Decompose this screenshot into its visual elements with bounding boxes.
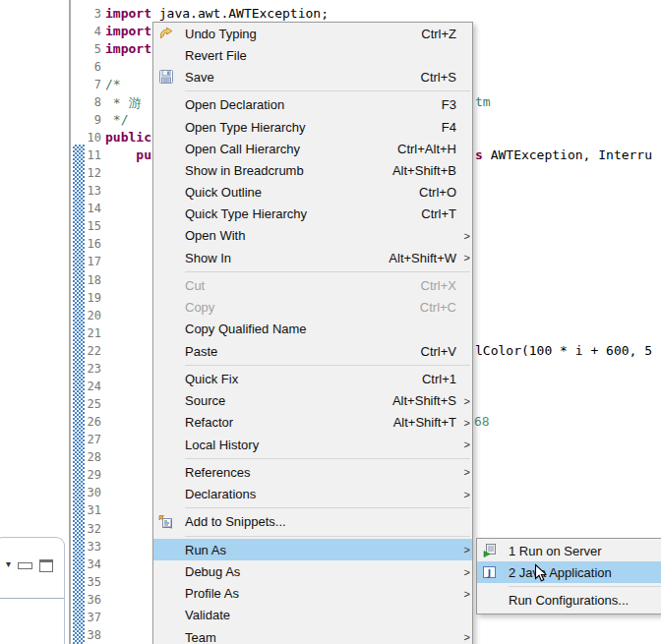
submenu-arrow-icon: > xyxy=(456,631,470,643)
line-number: 19 xyxy=(71,291,101,305)
menu-item-label: Open With xyxy=(185,228,245,243)
menu-item-label: Source xyxy=(185,393,225,408)
menu-item-save[interactable]: SaveCtrl+S xyxy=(153,66,472,88)
menu-item-run-configurations[interactable]: Run Configurations... xyxy=(477,590,661,612)
menu-item-quick-type-hierarchy[interactable]: Quick Type HierarchyCtrl+T xyxy=(153,204,472,225)
submenu-arrow-icon: > xyxy=(456,439,470,450)
menu-item-2-java-application[interactable]: J2 Java Application xyxy=(477,561,661,583)
run-as-submenu: 1 Run on ServerJ2 Java ApplicationRun Co… xyxy=(476,538,661,615)
line-number: 38 xyxy=(71,628,101,642)
menu-icon-slot xyxy=(158,119,174,135)
menu-item-label: Local History xyxy=(185,438,259,452)
menu-icon-slot xyxy=(158,47,174,63)
menu-item-revert-file[interactable]: Revert File xyxy=(153,44,472,66)
menu-item-open-call-hierarchy[interactable]: Open Call HierarchyCtrl+Alt+H xyxy=(153,138,472,159)
menu-icon-slot xyxy=(158,250,174,265)
bottom-view-corner xyxy=(0,537,65,644)
submenu-arrow-icon: > xyxy=(456,588,470,600)
menu-item-source[interactable]: SourceAlt+Shift+S> xyxy=(153,390,472,412)
view-menu-icon[interactable]: ▾ xyxy=(2,557,15,570)
menu-item-label: Open Call Hierarchy xyxy=(185,142,300,156)
menu-icon-slot xyxy=(158,393,174,409)
menu-separator xyxy=(153,362,472,368)
line-number: 21 xyxy=(71,326,101,340)
menu-icon-slot xyxy=(158,300,174,316)
menu-item-validate[interactable]: Validate xyxy=(153,605,472,626)
menu-item-team[interactable]: Team> xyxy=(153,626,472,644)
menu-item-declarations[interactable]: Declarations> xyxy=(153,484,472,505)
menu-item-references[interactable]: References> xyxy=(153,461,472,483)
menu-item-label: Copy Qualified Name xyxy=(185,322,307,336)
line-number: 32 xyxy=(71,522,101,536)
menu-item-copy[interactable]: CopyCtrl+C xyxy=(153,297,472,319)
code-text: import xyxy=(105,24,151,38)
menu-item-quick-fix[interactable]: Quick FixCtrl+1 xyxy=(153,368,472,389)
code-text: */ xyxy=(105,112,128,127)
menu-item-1-run-on-server[interactable]: 1 Run on Server xyxy=(477,540,661,561)
menu-item-label: References xyxy=(185,465,250,480)
mouse-cursor xyxy=(534,563,547,587)
menu-icon-slot xyxy=(158,542,174,557)
menu-item-show-in-breadcrumb[interactable]: Show in BreadcrumbAlt+Shift+B xyxy=(153,159,472,181)
menu-item-label: Declarations xyxy=(185,487,256,501)
maximize-icon[interactable] xyxy=(39,559,53,572)
menu-item-label: Refactor xyxy=(185,415,233,430)
menu-icon-slot xyxy=(158,371,174,386)
line-number: 37 xyxy=(71,611,101,624)
line-number: 5 xyxy=(71,42,101,56)
line-number: 12 xyxy=(71,166,101,180)
line-number: 23 xyxy=(71,362,101,376)
menu-item-shortcut: Alt+Shift+T xyxy=(393,415,456,430)
menu-item-undo-typing[interactable]: Undo TypingCtrl+Z xyxy=(153,23,472,44)
menu-item-local-history[interactable]: Local History> xyxy=(153,434,472,455)
save-icon xyxy=(158,69,174,85)
menu-item-run-as[interactable]: Run As> xyxy=(153,539,472,560)
menu-item-label: Team xyxy=(185,630,216,644)
menu-item-shortcut: Alt+Shift+S xyxy=(392,393,456,408)
menu-item-open-with[interactable]: Open With> xyxy=(153,225,472,247)
line-number: 35 xyxy=(71,575,101,589)
menu-item-shortcut: Ctrl+X xyxy=(421,278,456,293)
menu-separator xyxy=(153,505,472,511)
menu-item-label: Quick Fix xyxy=(185,372,238,386)
menu-item-paste[interactable]: PasteCtrl+V xyxy=(153,340,472,362)
line-number: 27 xyxy=(71,433,101,446)
menu-icon-slot xyxy=(158,586,174,602)
code-text: public xyxy=(105,130,151,145)
minimize-icon[interactable] xyxy=(18,562,32,569)
menu-item-copy-qualified-name[interactable]: Copy Qualified Name xyxy=(153,319,472,340)
menu-item-show-in[interactable]: Show InAlt+Shift+W> xyxy=(153,247,472,268)
menu-icon-slot xyxy=(158,185,174,201)
line-number: 18 xyxy=(71,273,101,287)
menu-item-profile-as[interactable]: Profile As> xyxy=(153,583,472,605)
menu-item-refactor[interactable]: RefactorAlt+Shift+T> xyxy=(153,412,472,434)
menu-item-cut[interactable]: CutCtrl+X xyxy=(153,274,472,296)
menu-item-quick-outline[interactable]: Quick OutlineCtrl+O xyxy=(153,182,472,204)
run-on-server-icon xyxy=(482,543,498,558)
menu-separator xyxy=(153,88,472,94)
line-number: 17 xyxy=(71,255,101,268)
menu-item-label: Open Type Hierarchy xyxy=(185,120,306,135)
menu-icon-slot xyxy=(158,228,174,244)
code-text: /* xyxy=(105,77,121,91)
line-number: 24 xyxy=(71,380,101,393)
line-number: 16 xyxy=(71,237,101,251)
menu-item-open-type-hierarchy[interactable]: Open Type HierarchyF4 xyxy=(153,116,472,138)
menu-item-label: Add to Snippets... xyxy=(185,514,286,529)
submenu-arrow-icon: > xyxy=(456,252,470,263)
menu-icon-slot xyxy=(158,206,174,222)
menu-icon-slot xyxy=(158,343,174,359)
line-number: 29 xyxy=(71,468,101,482)
menu-item-label: Show In xyxy=(185,251,231,265)
menu-item-debug-as[interactable]: Debug As> xyxy=(153,560,472,582)
line-number: 3 xyxy=(71,7,101,21)
menu-separator xyxy=(477,583,661,589)
menu-item-label: 2 Java Application xyxy=(509,565,612,580)
menu-item-shortcut: Ctrl+T xyxy=(421,206,456,221)
menu-item-open-declaration[interactable]: Open DeclarationF3 xyxy=(153,94,472,116)
menu-icon-slot xyxy=(158,487,174,502)
menu-item-label: Revert File xyxy=(185,48,247,63)
menu-item-add-to-snippets[interactable]: Add to Snippets... xyxy=(153,511,472,533)
line-number: 10 xyxy=(71,131,101,145)
menu-item-label: Profile As xyxy=(185,586,239,601)
